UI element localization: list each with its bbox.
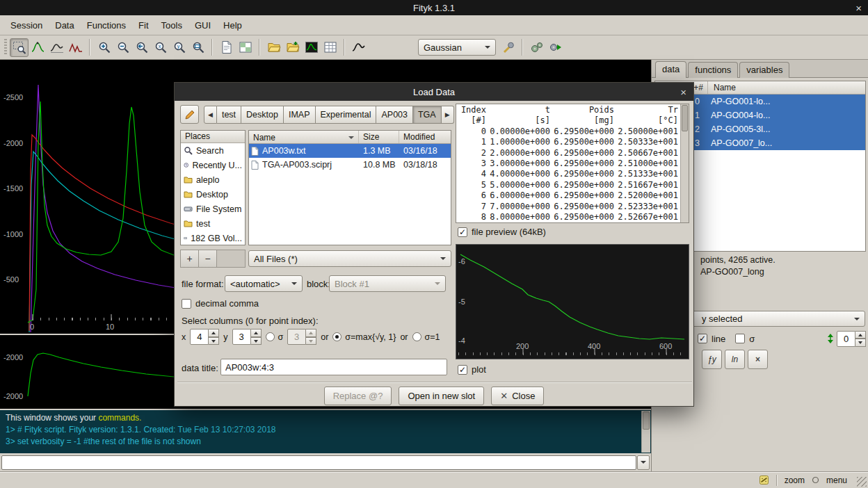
function-type-combo[interactable]: Gaussian — [418, 39, 496, 56]
sigma-one-radio[interactable]: σ=1 — [412, 332, 440, 342]
menu-functions[interactable]: Functions — [81, 17, 132, 34]
tab-data[interactable]: data — [655, 61, 686, 78]
statusbar-menu-label[interactable]: menu — [826, 475, 847, 485]
zoom-out-button[interactable] — [113, 38, 132, 57]
data-table-button[interactable] — [321, 38, 339, 57]
zoom-in-button[interactable] — [95, 38, 113, 57]
breadcrumb-experimental[interactable]: Experimental — [316, 106, 377, 124]
preview-plot: -6 -5 -4 200 400 600 — [456, 244, 689, 359]
command-input[interactable] — [1, 455, 636, 470]
baseline-tool-button[interactable] — [66, 38, 85, 57]
remove-bookmark-button[interactable]: − — [199, 250, 217, 267]
place-desktop[interactable]: Desktop — [181, 187, 245, 202]
dataset-name: AP-GO007_lo... — [704, 138, 772, 148]
decimal-comma-checkbox[interactable]: decimal comma — [182, 298, 259, 309]
add-peak-tool-button[interactable] — [29, 38, 47, 57]
breadcrumb-desktop[interactable]: Desktop — [241, 106, 284, 124]
load-data-button[interactable] — [264, 38, 283, 57]
command-console[interactable]: This window shows your commands. 1> # Fi… — [0, 410, 651, 453]
add-function-tool-button[interactable] — [47, 38, 66, 57]
place-test[interactable]: test — [181, 216, 245, 231]
open-in-new-slot-button[interactable]: Open in new slot — [399, 387, 484, 405]
file-preview-checkbox[interactable]: file preview (64kB) — [458, 227, 546, 237]
point-size-spinner[interactable]: 0 — [837, 331, 866, 347]
sigma-column-spinner[interactable]: 3 — [287, 329, 316, 345]
menu-data[interactable]: Data — [49, 17, 80, 34]
console-scrollbar[interactable] — [641, 411, 650, 453]
scrollbar-thumb[interactable] — [682, 105, 688, 131]
window-close-button[interactable]: × — [855, 0, 862, 15]
type-location-button[interactable] — [180, 105, 199, 124]
zoom-previous-button[interactable] — [132, 38, 151, 57]
statusbar-zoom-label[interactable]: zoom — [785, 475, 805, 485]
spinner-buttons[interactable] — [251, 329, 262, 345]
breadcrumb-test[interactable]: test — [217, 106, 241, 124]
x-column-spinner[interactable]: 4 — [190, 329, 219, 345]
tab-variables[interactable]: variables — [739, 62, 789, 78]
place-volume[interactable]: 182 GB Vol... — [181, 231, 245, 245]
file-row[interactable]: TGA-AP003.sciprj 10.8 MB 03/18/18 — [249, 158, 451, 172]
status-indicator-icon[interactable] — [759, 475, 769, 485]
replace-button[interactable]: Replace @? — [324, 387, 392, 405]
define-function-button[interactable] — [499, 38, 517, 57]
line-checkbox[interactable]: line — [698, 334, 725, 344]
dialog-close-button[interactable]: × — [680, 83, 686, 101]
zoom-out-icon — [116, 40, 130, 54]
show-grid-button[interactable] — [236, 38, 255, 57]
zoom-select-tool-button[interactable] — [10, 38, 29, 57]
place-search[interactable]: Search — [181, 143, 245, 158]
menu-gui[interactable]: GUI — [188, 17, 217, 34]
edit-function-button[interactable] — [349, 38, 368, 57]
y-column-spinner[interactable]: 3 — [232, 329, 262, 345]
column-header-size[interactable]: Size — [359, 131, 399, 143]
menu-help[interactable]: Help — [217, 17, 248, 34]
close-button[interactable]: ✕ Close — [491, 387, 544, 405]
place-home[interactable]: aleplo — [181, 172, 245, 187]
delete-dataset-button[interactable]: × — [748, 350, 768, 369]
zoom-horizontal-button[interactable]: x — [151, 38, 170, 57]
menu-session[interactable]: Session — [4, 17, 49, 34]
file-format-combo[interactable]: <automatic> — [225, 275, 303, 292]
place-recently-used[interactable]: Recently U... — [181, 158, 245, 172]
plot-checkbox[interactable]: plot — [458, 364, 486, 375]
breadcrumb-ap003[interactable]: AP003 — [376, 106, 413, 124]
column-header-name[interactable]: Name — [708, 81, 865, 94]
log-window-button[interactable] — [217, 38, 236, 57]
scrollbar-thumb[interactable] — [643, 412, 650, 430]
checkbox-box — [698, 334, 707, 343]
data-editor-button[interactable] — [302, 38, 321, 57]
data-title-input[interactable] — [220, 359, 447, 375]
column-header-name[interactable]: Name — [249, 131, 359, 143]
preview-table-cell: 6.29500e+000 — [552, 190, 616, 201]
run-script-button[interactable] — [546, 38, 565, 57]
input-history-button[interactable] — [637, 455, 650, 470]
sigma-column-radio[interactable]: σ — [266, 332, 284, 342]
zoom-all-button[interactable] — [188, 38, 207, 57]
file-row[interactable]: AP003w.txt 1.3 MB 03/16/18 — [249, 144, 451, 158]
zoom-vertical-button[interactable]: y — [170, 38, 188, 57]
settings-button[interactable] — [527, 38, 546, 57]
path-back-button[interactable]: ◀ — [204, 106, 217, 124]
path-forward-button[interactable]: ▶ — [442, 106, 454, 124]
place-file-system[interactable]: File System — [181, 202, 245, 216]
menu-fit[interactable]: Fit — [132, 17, 154, 34]
spinner-buttons[interactable] — [855, 331, 866, 347]
spinner-buttons[interactable] — [209, 329, 219, 345]
sigma-max-radio[interactable]: σ=max{√y, 1} — [332, 332, 396, 342]
column-header-modified[interactable]: Modified — [399, 131, 451, 143]
file-filter-combo[interactable]: All Files (*) — [248, 250, 451, 267]
preview-scrollbar[interactable] — [680, 104, 689, 222]
block-combo[interactable]: Block #1 — [329, 275, 446, 292]
tab-functions[interactable]: functions — [688, 62, 738, 78]
load-data-custom-button[interactable] — [283, 38, 302, 57]
breadcrumb-tga[interactable]: TGA — [413, 106, 442, 124]
preview-table-cell: Tr — [616, 104, 680, 115]
sigma-checkbox[interactable]: σ — [735, 334, 755, 344]
normalize-data-button[interactable]: ln — [725, 350, 745, 369]
resize-grip[interactable] — [857, 477, 867, 487]
add-bookmark-button[interactable]: + — [181, 250, 199, 267]
baseline-peaks-icon — [69, 40, 83, 54]
menu-tools[interactable]: Tools — [155, 17, 188, 34]
breadcrumb-imap[interactable]: IMAP — [284, 106, 316, 124]
transform-data-button[interactable]: ƒy — [702, 350, 722, 369]
